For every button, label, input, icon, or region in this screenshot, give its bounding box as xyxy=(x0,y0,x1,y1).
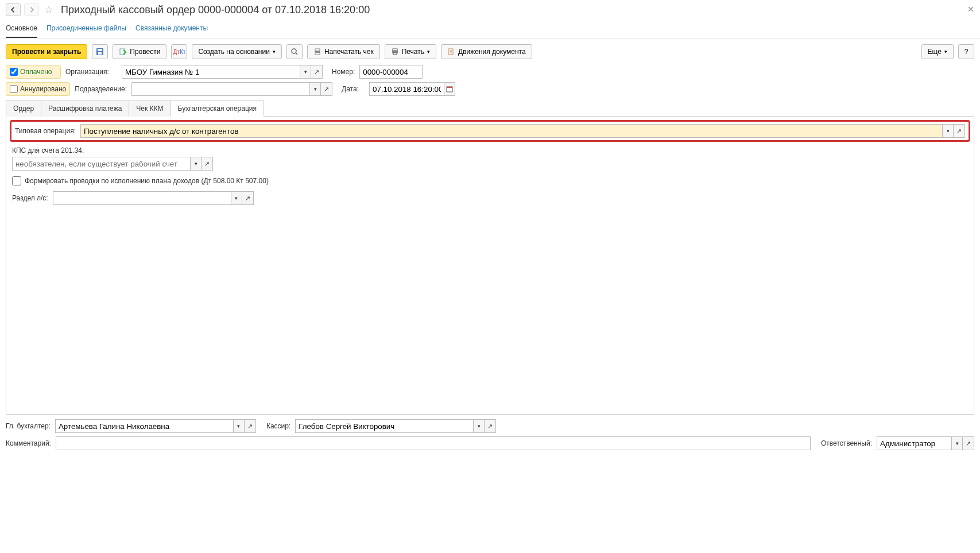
navtab-main[interactable]: Основное xyxy=(6,20,37,38)
kps-open-button[interactable]: ↗ xyxy=(202,157,213,171)
responsible-label: Ответственный: xyxy=(821,439,872,447)
cancelled-label: Аннулировано xyxy=(20,85,66,93)
date-input[interactable] xyxy=(369,82,444,96)
comment-label: Комментарий: xyxy=(6,439,51,447)
section-open-button[interactable]: ↗ xyxy=(242,191,254,205)
create-from-button[interactable]: Создать на основании ▾ xyxy=(192,44,282,59)
favorite-star-icon[interactable]: ☆ xyxy=(42,3,55,16)
kps-input[interactable] xyxy=(12,157,190,171)
print-label: Печать xyxy=(402,48,424,56)
chief-accountant-label: Гл. бухгалтер: xyxy=(6,422,51,430)
paid-checkbox[interactable] xyxy=(10,68,18,76)
svg-rect-7 xyxy=(393,49,397,51)
org-open-button[interactable]: ↗ xyxy=(311,65,323,79)
movements-icon xyxy=(447,48,455,56)
print-receipt-button[interactable]: Напечатать чек xyxy=(307,44,380,59)
form-entries-checkbox-wrap[interactable]: Формировать проводки по исполнению плана… xyxy=(12,176,968,185)
print-receipt-label: Напечатать чек xyxy=(324,48,374,56)
document-movements-button[interactable]: Движения документа xyxy=(441,44,532,59)
chief-accountant-input[interactable] xyxy=(55,419,233,433)
dropdown-arrow-icon: ▾ xyxy=(944,49,947,55)
cashier-input[interactable] xyxy=(295,419,473,433)
section-label: Раздел л/с: xyxy=(12,194,48,202)
dept-open-button[interactable]: ↗ xyxy=(321,82,332,96)
debit-credit-icon: ДтКт xyxy=(173,49,186,55)
typical-operation-label: Типовая операция: xyxy=(15,127,76,135)
paid-checkbox-wrap[interactable]: Оплачено xyxy=(6,65,61,79)
post-icon xyxy=(119,48,127,56)
help-button[interactable]: ? xyxy=(958,44,974,59)
print-icon xyxy=(391,48,399,56)
close-button[interactable]: ✕ xyxy=(967,5,974,14)
cashier-dropdown-button[interactable]: ▾ xyxy=(473,419,485,433)
cancelled-checkbox[interactable] xyxy=(10,85,18,93)
calendar-icon xyxy=(446,85,454,93)
kps-dropdown-button[interactable]: ▾ xyxy=(190,157,202,171)
post-button[interactable]: Провести xyxy=(113,44,166,59)
nav-forward-button[interactable] xyxy=(24,3,39,16)
arrow-right-icon xyxy=(28,6,36,14)
svg-rect-6 xyxy=(315,51,320,53)
form-entries-checkbox[interactable] xyxy=(12,176,21,185)
cashier-open-button[interactable]: ↗ xyxy=(485,419,496,433)
chief-accountant-dropdown-button[interactable]: ▾ xyxy=(233,419,245,433)
more-label: Еще xyxy=(928,48,942,56)
svg-rect-12 xyxy=(447,87,452,88)
more-button[interactable]: Еще ▾ xyxy=(921,44,954,59)
org-label: Организация: xyxy=(65,68,117,76)
typical-operation-dropdown-button[interactable]: ▾ xyxy=(942,124,954,138)
typical-operation-open-button[interactable]: ↗ xyxy=(954,124,965,138)
responsible-open-button[interactable]: ↗ xyxy=(963,436,974,450)
dropdown-arrow-icon: ▾ xyxy=(273,49,276,55)
tab-payment-decode[interactable]: Расшифровка платежа xyxy=(41,100,129,117)
svg-rect-2 xyxy=(98,52,102,55)
svg-rect-9 xyxy=(393,53,397,55)
svg-point-4 xyxy=(292,49,296,53)
org-input[interactable] xyxy=(122,65,300,79)
dept-label: Подразделение: xyxy=(75,85,127,93)
chief-accountant-open-button[interactable]: ↗ xyxy=(245,419,256,433)
navtab-related-docs[interactable]: Связанные документы xyxy=(135,20,208,38)
date-calendar-button[interactable] xyxy=(444,82,455,96)
movements-label: Движения документа xyxy=(458,48,526,56)
receipt-icon xyxy=(313,48,321,56)
post-and-close-button[interactable]: Провести и закрыть xyxy=(6,44,87,59)
post-label: Провести xyxy=(130,48,160,56)
paid-label: Оплачено xyxy=(20,68,52,76)
form-entries-label: Формировать проводки по исполнению плана… xyxy=(25,177,269,185)
tab-accounting-operation[interactable]: Бухгалтерская операция xyxy=(171,100,264,117)
responsible-input[interactable] xyxy=(877,436,951,450)
tab-order[interactable]: Ордер xyxy=(6,100,41,117)
number-input[interactable] xyxy=(359,65,423,79)
svg-rect-1 xyxy=(98,49,102,51)
cashier-label: Кассир: xyxy=(266,422,290,430)
tab-kkm-receipt[interactable]: Чек ККМ xyxy=(129,100,171,117)
nav-back-button[interactable] xyxy=(6,3,21,16)
navtab-attached-files[interactable]: Присоединенные файлы xyxy=(47,20,126,38)
section-input[interactable] xyxy=(53,191,231,205)
org-dropdown-button[interactable]: ▾ xyxy=(300,65,311,79)
typical-operation-input[interactable] xyxy=(80,124,942,138)
dept-dropdown-button[interactable]: ▾ xyxy=(309,82,321,96)
print-button[interactable]: Печать ▾ xyxy=(385,44,436,59)
kps-label: КПС для счета 201.34: xyxy=(12,146,968,154)
arrow-left-icon xyxy=(9,6,17,14)
comment-input[interactable] xyxy=(56,436,811,450)
dropdown-arrow-icon: ▾ xyxy=(427,49,430,55)
number-label: Номер: xyxy=(332,68,355,76)
page-title: Приходный кассовый ордер 0000-000004 от … xyxy=(61,4,370,16)
cancelled-checkbox-wrap[interactable]: Аннулировано xyxy=(6,82,70,96)
responsible-dropdown-button[interactable]: ▾ xyxy=(951,436,963,450)
debit-credit-button[interactable]: ДтКт xyxy=(171,44,187,59)
save-button[interactable] xyxy=(92,44,108,59)
save-icon xyxy=(96,48,104,56)
search-icon xyxy=(290,48,299,56)
section-dropdown-button[interactable]: ▾ xyxy=(231,191,242,205)
search-button[interactable] xyxy=(286,44,303,59)
date-label: Дата: xyxy=(342,85,365,93)
create-from-label: Создать на основании xyxy=(198,48,270,56)
help-icon: ? xyxy=(964,48,969,56)
dept-input[interactable] xyxy=(131,82,309,96)
